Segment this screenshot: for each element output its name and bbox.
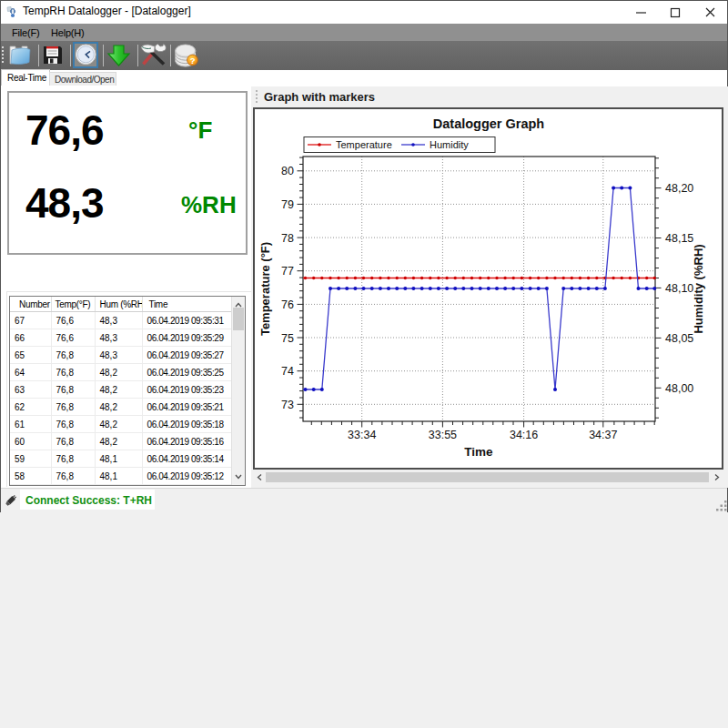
svg-text:77: 77 bbox=[281, 265, 294, 278]
svg-text:48,15: 48,15 bbox=[665, 232, 693, 245]
svg-text:48,00: 48,00 bbox=[665, 382, 693, 395]
svg-text:Datalogger Graph: Datalogger Graph bbox=[433, 116, 544, 131]
svg-text:79: 79 bbox=[281, 198, 294, 211]
svg-text:48,20: 48,20 bbox=[665, 182, 693, 195]
svg-text:48,10: 48,10 bbox=[665, 282, 693, 295]
svg-text:34:37: 34:37 bbox=[589, 429, 617, 441]
svg-text:73: 73 bbox=[281, 399, 294, 411]
svg-text:Humidity (%RH): Humidity (%RH) bbox=[692, 244, 705, 333]
svg-text:75: 75 bbox=[281, 332, 294, 345]
svg-text:33:34: 33:34 bbox=[348, 429, 376, 441]
svg-text:48,05: 48,05 bbox=[665, 332, 693, 345]
svg-text:80: 80 bbox=[281, 165, 294, 177]
svg-text:Temperature: Temperature bbox=[336, 139, 392, 150]
svg-text:78: 78 bbox=[281, 232, 294, 245]
svg-text:Time: Time bbox=[464, 445, 493, 459]
svg-text:33:55: 33:55 bbox=[429, 429, 457, 441]
svg-text:Humidity: Humidity bbox=[430, 139, 469, 150]
svg-text:76: 76 bbox=[281, 298, 294, 311]
svg-text:34:16: 34:16 bbox=[510, 429, 538, 441]
svg-text:74: 74 bbox=[281, 365, 294, 378]
svg-text:?: ? bbox=[190, 56, 196, 66]
svg-text:Temperature (°F): Temperature (°F) bbox=[258, 242, 272, 336]
